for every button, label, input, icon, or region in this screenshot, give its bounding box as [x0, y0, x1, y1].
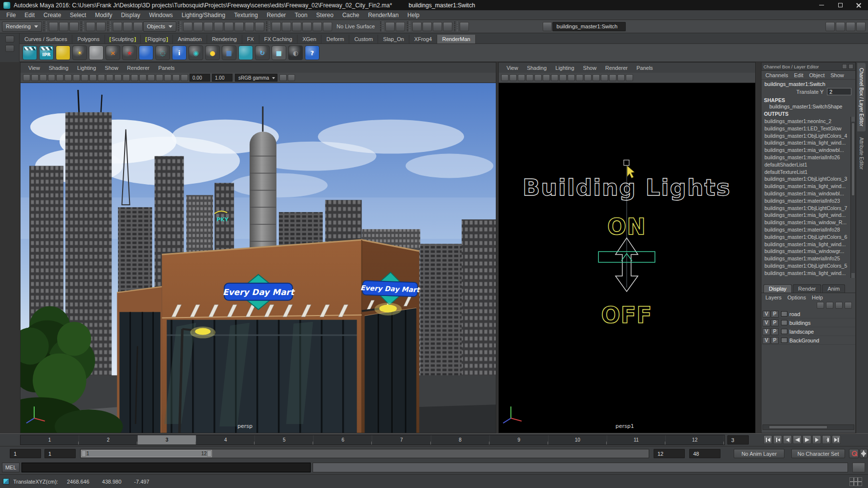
select-component-icon[interactable]: [133, 22, 143, 31]
shelf-tab[interactable]: FX: [242, 35, 259, 43]
layer-row[interactable]: V P BackGround: [762, 336, 855, 345]
viewport-toolbar-icon[interactable]: [593, 74, 600, 81]
panel-pin-icon[interactable]: [842, 64, 847, 69]
area-light-icon[interactable]: [89, 45, 104, 60]
output-node-item[interactable]: buildings_master1:neonInc_2: [764, 118, 849, 125]
toolbar-grip[interactable]: [43, 21, 47, 31]
viewport-menu-item[interactable]: Panels: [154, 64, 179, 71]
channel-box-hscrollbar[interactable]: [762, 424, 854, 430]
layer-visibility-toggle[interactable]: V: [762, 328, 770, 335]
viewport-toolbar-icon[interactable]: [543, 74, 550, 81]
layer-name[interactable]: landscape: [789, 329, 814, 335]
viewport-toolbar-icon[interactable]: [148, 74, 155, 81]
shelf-tab[interactable]: Polygons: [72, 35, 105, 43]
gamma-field[interactable]: 1.00: [212, 74, 233, 82]
viewport-toolbar-icon[interactable]: [501, 74, 508, 81]
time-slider-track[interactable]: 123456789101112: [20, 435, 725, 445]
menu-item[interactable]: Select: [65, 11, 90, 19]
eye-icon[interactable]: ◉: [189, 45, 203, 60]
output-node-item[interactable]: buildings_master1:ObjLightColors_7: [764, 205, 849, 212]
frame-tick[interactable]: 11: [607, 435, 666, 445]
frame-tick[interactable]: 8: [431, 435, 490, 445]
turntable-icon[interactable]: ↻: [255, 45, 270, 60]
render-settings-icon[interactable]: [443, 22, 452, 31]
output-node-item[interactable]: buildings_master1:mia_light_wind...: [764, 183, 849, 190]
select-hierarchy-icon[interactable]: [113, 22, 122, 31]
quick-selection-field[interactable]: buildings_master1:Switch: [552, 22, 626, 31]
viewport-toolbar-icon[interactable]: [139, 74, 147, 81]
spot-light-icon[interactable]: ☀: [72, 45, 87, 60]
snap-projected-center-icon[interactable]: [302, 22, 312, 31]
shelf-tab[interactable]: FX Caching: [259, 35, 297, 43]
viewport-toolbar-icon[interactable]: [106, 74, 113, 81]
select-misc-mask-icon[interactable]: [245, 22, 254, 31]
frame-tick[interactable]: 2: [79, 435, 138, 445]
command-language-toggle[interactable]: MEL: [2, 463, 20, 472]
viewport-toolbar-icon[interactable]: [584, 74, 592, 81]
undo-icon[interactable]: [86, 22, 95, 31]
current-frame-field[interactable]: 3: [727, 435, 749, 445]
frame-tick[interactable]: 9: [490, 435, 549, 445]
output-node-item[interactable]: buildings_master1:materialInfo26: [764, 154, 849, 161]
scroll-up-icon[interactable]: [851, 117, 855, 122]
layer-playback-toggle[interactable]: P: [771, 337, 779, 344]
dashed-circle-icon[interactable]: ◌: [155, 45, 170, 60]
viewport-menu-item[interactable]: View: [503, 64, 522, 71]
anim-layer-button[interactable]: No Anim Layer: [734, 449, 784, 458]
shader-sphere-icon[interactable]: [139, 45, 153, 60]
layer-editor-tab[interactable]: Anim: [822, 284, 845, 293]
channel-box-menu-item[interactable]: Channels: [765, 72, 788, 78]
shaded-sphere-icon[interactable]: ◐: [288, 45, 303, 60]
viewport-right-canvas[interactable]: Building Lights ON OFF persp1: [499, 83, 755, 433]
output-node-item[interactable]: buildings_master1:mia_windowbl...: [764, 147, 849, 154]
new-scene-icon[interactable]: [49, 22, 58, 31]
step-back-key-button[interactable]: [773, 435, 782, 444]
frame-tick[interactable]: 10: [549, 435, 607, 445]
point-light-icon[interactable]: [56, 45, 70, 60]
viewport-toolbar-icon[interactable]: [131, 74, 138, 81]
viewport-toolbar-icon[interactable]: [172, 74, 180, 81]
viewport-menu-item[interactable]: Renderer: [123, 64, 153, 71]
output-node-item[interactable]: buildings_master1:mia_windowbl...: [764, 190, 849, 197]
menu-item[interactable]: Stereo: [312, 11, 338, 19]
sidebar-tool-settings-icon[interactable]: [836, 22, 845, 31]
shelf-tab[interactable]: [Rigging]: [141, 35, 173, 43]
viewport-toolbar-icon[interactable]: [48, 74, 55, 81]
viewport-toolbar-icon[interactable]: [181, 74, 188, 81]
maximize-button[interactable]: [831, 0, 849, 10]
layer-playback-toggle[interactable]: P: [771, 311, 779, 318]
layer-visibility-toggle[interactable]: V: [762, 311, 770, 318]
shelf-tab[interactable]: [Sculpting]: [105, 35, 141, 43]
viewport-toolbar-icon[interactable]: [73, 74, 80, 81]
output-node-item[interactable]: defaultTextureList1: [764, 169, 849, 176]
viewport-toolbar-icon[interactable]: [31, 74, 39, 81]
scrollbar-thumb[interactable]: [851, 123, 855, 196]
menu-item[interactable]: Render: [262, 11, 290, 19]
animation-end-field[interactable]: 48: [689, 449, 720, 458]
viewport-toolbar-icon[interactable]: [601, 74, 608, 81]
layer-color-swatch[interactable]: [781, 320, 787, 325]
snap-point-icon[interactable]: [292, 22, 301, 31]
selection-mask-dropdown[interactable]: Objects: [143, 21, 176, 32]
viewport-toolbar-icon[interactable]: [98, 74, 105, 81]
shelf-tab[interactable]: Custom: [349, 35, 378, 43]
paint-effects-icon[interactable]: [460, 22, 469, 31]
auto-keyframe-toggle[interactable]: [849, 449, 859, 458]
select-joints-mask-icon[interactable]: [224, 22, 233, 31]
shelf-options-icon[interactable]: [5, 45, 14, 52]
viewport-toolbar-icon[interactable]: [509, 74, 517, 81]
menu-item[interactable]: Display: [117, 11, 145, 19]
menu-item[interactable]: Texturing: [230, 11, 262, 19]
make-live-icon[interactable]: [323, 22, 332, 31]
viewport-toolbar-icon[interactable]: [40, 74, 47, 81]
output-node-item[interactable]: buildings_master1:mia_light_wind...: [764, 139, 849, 147]
viewport-menu-item[interactable]: View: [24, 64, 44, 71]
render-current-frame-icon[interactable]: [22, 45, 37, 60]
sidebar-vertical-tab[interactable]: Channel Box / Layer Editor: [857, 63, 866, 131]
viewport-toolbar-icon[interactable]: [609, 74, 616, 81]
viewport-menu-item[interactable]: Show: [579, 64, 601, 71]
delete-lights-icon[interactable]: ×: [106, 45, 120, 60]
menu-item[interactable]: Modify: [90, 11, 116, 19]
menu-item[interactable]: Help: [403, 11, 424, 19]
frame-tick[interactable]: 3: [138, 435, 196, 445]
